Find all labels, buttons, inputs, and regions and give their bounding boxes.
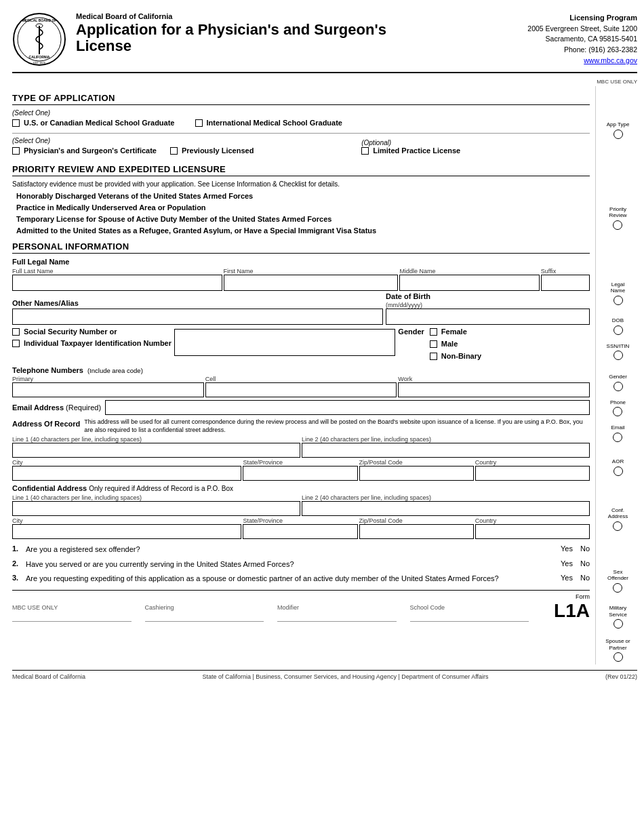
- q3-no-option[interactable]: No: [578, 574, 590, 582]
- label-psc: Physician's and Surgeon's Certificate: [24, 146, 157, 155]
- circle-legal-name: [613, 296, 623, 305]
- q2-no-option[interactable]: No: [578, 559, 590, 568]
- aor-note: This address will be used for all curren…: [84, 418, 590, 434]
- option-limited-practice[interactable]: Limited Practice License: [361, 146, 590, 155]
- option-prev-licensed[interactable]: Previously Licensed: [170, 146, 254, 155]
- last-name-input[interactable]: [12, 275, 222, 291]
- conf-line1-label: Line 1 (40 characters per line, includin…: [12, 494, 300, 501]
- dob-input[interactable]: [386, 309, 590, 325]
- checkbox-international[interactable]: [195, 119, 203, 127]
- gender-female-row[interactable]: Female: [430, 327, 481, 336]
- circle-ssn: [613, 351, 623, 360]
- conf-addr-note: Only required if Address of Record is a …: [89, 485, 233, 492]
- margin-spouse: Spouse or Partner: [605, 638, 630, 662]
- phone-primary-input[interactable]: [12, 382, 204, 397]
- label-nonbinary: Non-Binary: [441, 352, 481, 360]
- primary-label: Primary: [12, 376, 204, 382]
- priority-item-4[interactable]: Admitted to the United States as a Refug…: [12, 226, 590, 235]
- gender-male-row[interactable]: Male: [430, 340, 481, 348]
- option-international[interactable]: International Medical School Graduate: [195, 119, 342, 127]
- checkbox-limited-practice[interactable]: [361, 147, 369, 155]
- checkbox-psc[interactable]: [12, 147, 20, 155]
- select-one-2: (Select One): [12, 137, 355, 144]
- checkbox-prev-licensed[interactable]: [170, 147, 178, 155]
- label-priority-2: Practice in Medically Underserved Area o…: [16, 203, 206, 212]
- margin-aor: AOR: [612, 458, 624, 476]
- checkbox-ssn[interactable]: [12, 328, 20, 336]
- aor-city-input[interactable]: [12, 466, 241, 481]
- footer-cashiering-label: Cashiering: [145, 604, 264, 611]
- email-label: Email Address (Required): [12, 403, 101, 412]
- question-2-row: 2. Have you served or are you currently …: [12, 559, 590, 570]
- email-input[interactable]: [105, 400, 590, 415]
- q3-yes-label: Yes: [561, 574, 573, 582]
- aor-state-input[interactable]: [243, 466, 357, 481]
- aor-city-label: City: [12, 459, 241, 466]
- conf-city-input[interactable]: [12, 524, 241, 539]
- priority-item-1[interactable]: Honorably Discharged Veterans of the Uni…: [12, 192, 590, 200]
- ssn-label1: Social Security Number or: [24, 327, 117, 336]
- checkbox-female[interactable]: [430, 328, 437, 336]
- full-legal-name-label: Full Legal Name: [12, 258, 590, 266]
- section-priority-review: PRIORITY REVIEW AND EXPEDITED LICENSURE: [12, 164, 590, 176]
- gender-nonbinary-row[interactable]: Non-Binary: [430, 352, 481, 360]
- q3-no-label: No: [580, 574, 590, 582]
- conf-state-input[interactable]: [243, 524, 357, 539]
- dob-header: Date of Birth: [386, 292, 590, 300]
- q1-no-label: No: [580, 544, 590, 553]
- page-title: Application for a Physician's and Surgeo…: [76, 22, 502, 54]
- select-one-1: (Select One): [12, 109, 590, 117]
- q2-yes-option[interactable]: Yes: [559, 559, 573, 568]
- circle-phone: [613, 407, 622, 416]
- itin-checkbox-row[interactable]: Individual Taxpayer Identification Numbe…: [12, 339, 172, 347]
- q3-yes-option[interactable]: Yes: [559, 574, 573, 582]
- circle-priority-review: [613, 220, 622, 230]
- cell-label: Cell: [205, 376, 397, 382]
- option-us-canadian[interactable]: U.S. or Canadian Medical School Graduate: [12, 119, 175, 127]
- priority-item-2[interactable]: Practice in Medically Underserved Area o…: [12, 203, 590, 212]
- phone-cell-input[interactable]: [205, 382, 397, 397]
- aor-zip-input[interactable]: [359, 466, 474, 481]
- footer-modifier-label: Modifier: [277, 604, 397, 611]
- phone-work-input[interactable]: [398, 382, 590, 397]
- optional-label: (Optional): [361, 139, 590, 146]
- checkbox-itin[interactable]: [12, 340, 20, 347]
- aor-country-input[interactable]: [475, 466, 590, 481]
- priority-note: Satisfactory evidence must be provided w…: [12, 180, 590, 188]
- priority-item-3[interactable]: Temporary License for Spouse of Active D…: [12, 215, 590, 223]
- address2: Sacramento, CA 95815-5401: [502, 34, 637, 45]
- ssn-input[interactable]: [174, 329, 395, 356]
- label-priority-3: Temporary License for Spouse of Active D…: [16, 215, 331, 223]
- other-names-header: Other Names/Alias: [12, 299, 383, 307]
- conf-line1-input[interactable]: [12, 501, 300, 516]
- ssn-checkbox-row[interactable]: Social Security Number or: [12, 327, 172, 336]
- footer-rev: (Rev 01/22): [605, 673, 637, 680]
- margin-gender: Gender: [609, 374, 627, 391]
- suffix-input[interactable]: [541, 275, 590, 291]
- label-priority-4: Admitted to the United States as a Refug…: [16, 226, 376, 235]
- middle-name-input[interactable]: [399, 275, 539, 291]
- conf-zip-input[interactable]: [359, 524, 474, 539]
- checkbox-male[interactable]: [430, 340, 437, 348]
- circle-sex-offender: [613, 583, 622, 593]
- org-name: Medical Board of California: [76, 12, 502, 20]
- website-link[interactable]: www.mbc.ca.gov: [502, 56, 637, 66]
- q1-no-option[interactable]: No: [578, 544, 590, 553]
- aor-line1-input[interactable]: [12, 443, 300, 458]
- margin-ssn: SSN/ITIN: [607, 343, 630, 361]
- gender-label: Gender: [398, 327, 424, 336]
- other-names-input[interactable]: [12, 309, 383, 325]
- option-psc[interactable]: Physician's and Surgeon's Certificate: [12, 146, 157, 155]
- checkbox-nonbinary[interactable]: [430, 353, 437, 360]
- first-name-input[interactable]: [224, 275, 399, 291]
- checkbox-us-canadian[interactable]: [12, 119, 20, 127]
- label-us-canadian: U.S. or Canadian Medical School Graduate: [24, 119, 175, 127]
- aor-line2-input[interactable]: [302, 443, 590, 458]
- conf-line2-input[interactable]: [302, 501, 590, 516]
- margin-column: App Type Priority Review Legal Name DOB …: [595, 86, 637, 664]
- telephone-note: (Include area code): [87, 367, 143, 374]
- telephone-label: Telephone Numbers: [12, 366, 83, 374]
- aor-state-label: State/Province: [243, 459, 357, 466]
- q1-yes-option[interactable]: Yes: [559, 544, 573, 553]
- conf-country-input[interactable]: [475, 524, 590, 539]
